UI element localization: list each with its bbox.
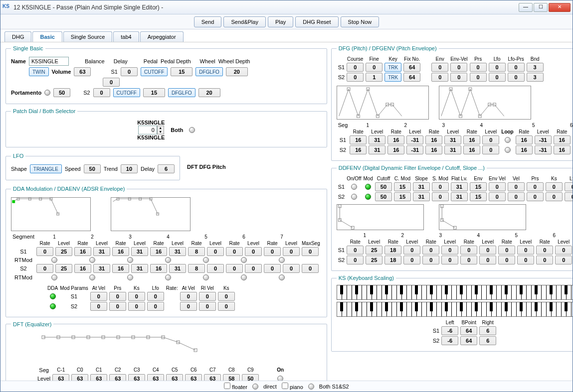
name-input[interactable] — [29, 57, 69, 66]
s1-dfglfo-button[interactable]: DFGLFO — [195, 67, 223, 76]
rtmod-radio[interactable] — [51, 257, 57, 263]
sendplay-button[interactable]: Send&Play — [223, 16, 265, 27]
lfo-shape-button[interactable]: TRIANGLE — [30, 164, 62, 173]
dda-s1-row: S1 025 1631 1631 1631 80 00 00 0 — [12, 247, 321, 256]
dft-legend: DFT (Equalizer) — [11, 321, 53, 327]
patchdial-value[interactable] — [138, 126, 157, 134]
svg-rect-1 — [12, 200, 15, 203]
s2-key-trk-button[interactable]: TRK — [384, 73, 401, 82]
s1-key-trk-button[interactable]: TRK — [384, 63, 401, 72]
both-s1s2-radio[interactable] — [308, 384, 314, 390]
lfo-delay-label: Delay — [141, 166, 155, 172]
direct-radio[interactable] — [252, 384, 258, 390]
ddf-s2-mod-radio[interactable] — [365, 194, 371, 200]
patchdial-top-label: K5SINGLE — [137, 120, 165, 126]
floater-checkbox[interactable]: floater — [224, 383, 247, 390]
dfg-s1-loop-radio[interactable] — [505, 137, 511, 143]
both-radio[interactable] — [189, 127, 195, 133]
dfg-group: DFG (Pitch) / DFGENV (Pitch Envelope) Co… — [331, 45, 573, 161]
s2-dfglfo-button[interactable]: DFGLFO — [168, 88, 195, 97]
dft-eq-graph — [41, 331, 210, 366]
dft-level-table: Seg C-1C0C1 C2C3C4 C5C6C7 C8C9 On Level … — [36, 366, 285, 381]
portamento-radio[interactable] — [44, 90, 50, 96]
window-title: 12 K5SINGLE - Passe (Plain And Simple Si… — [13, 4, 519, 11]
twin-button[interactable]: TWIN — [29, 67, 49, 76]
keyboard-s2[interactable] — [337, 302, 573, 317]
s1-delay-value[interactable]: 0 — [121, 67, 138, 76]
send-button[interactable]: Send — [194, 16, 222, 27]
dfg-env-s2-graph — [439, 86, 531, 120]
dft-dfg-pitch-label: DFT DFG Pitch — [187, 164, 226, 170]
s1-cutoff-button[interactable]: CUTOFF — [141, 67, 168, 76]
tab-singlesource[interactable]: Single Source — [63, 31, 113, 42]
svg-rect-7 — [112, 198, 189, 231]
ks-table: LeftBPointRight S1 -6 64 6 S2 -6 64 6 — [431, 319, 498, 346]
dda-s1-on-radio[interactable] — [50, 293, 56, 299]
s1-wheeldepth-value[interactable]: 20 — [226, 67, 248, 76]
volume-value[interactable]: 63 — [74, 67, 91, 76]
right-column: DFG (Pitch) / DFGENV (Pitch Envelope) Co… — [331, 45, 573, 378]
dda-legend: DDA Modulation / DDAENV (ADSR Envelope) — [11, 186, 127, 192]
tab-arpeggiator[interactable]: Arpeggiator — [140, 31, 184, 42]
wheel-label: Wheel — [200, 58, 215, 64]
app-window: KS 12 K5SINGLE - Passe (Plain And Simple… — [0, 0, 573, 392]
lfo-legend: LFO — [11, 153, 25, 159]
maximize-button[interactable]: ☐ — [534, 3, 548, 12]
lfo-group: LFO Shape TRIANGLE Speed 50 Trend 10 Del… — [5, 153, 180, 180]
ddf-s2-onoff-radio[interactable] — [351, 194, 357, 200]
dfg-s2-loop-radio[interactable] — [505, 147, 511, 153]
patchdial-bottom-label: K5SINGLE — [137, 134, 165, 140]
ks-group: KS (Keyboard Scaling) LeftBPointRight S1… — [331, 275, 573, 352]
stopnow-button[interactable]: Stop Now — [341, 16, 380, 27]
lfo-speed-label: Speed — [65, 166, 81, 172]
keyboard-s1[interactable] — [337, 285, 573, 300]
ddf-seg-table: 12 34 56 RateLevel RateLevel RateLevel R… — [337, 232, 573, 265]
patch-dial-group: Patch Dial / Both Selector K5SINGLE ▲▼ K… — [5, 108, 327, 147]
wheeldepth-label: Wheel Depth — [218, 58, 250, 64]
balance-value[interactable]: 0 — [103, 78, 120, 87]
ddf-env-s2-graph — [439, 204, 526, 230]
s2-wheeldepth-value[interactable]: 20 — [198, 88, 220, 97]
ddf-s1-mod-radio[interactable] — [365, 184, 371, 190]
s1-label: S1 — [111, 69, 117, 75]
ddf-legend: DDFENV (Digital Dynamic Filter Envelope … — [337, 165, 487, 171]
single-basic-group: Single Basic Name Balance Delay Pedal Pe… — [5, 45, 327, 104]
pedal-label: Pedal — [144, 58, 158, 64]
ddf-env-s1-graph — [337, 204, 424, 230]
portamento-value[interactable]: 50 — [53, 88, 70, 97]
tab-content: Single Basic Name Balance Delay Pedal Pe… — [0, 42, 573, 381]
dda-s2-on-radio[interactable] — [50, 303, 56, 309]
dft-on-radio[interactable] — [277, 376, 283, 381]
tab-bar: DHG Basic Single Source tab4 Arpeggiator — [0, 29, 573, 42]
dda-group: DDA Modulation / DDAENV (ADSR Envelope) — [5, 186, 327, 317]
lfo-speed-value[interactable]: 50 — [84, 164, 101, 173]
piano-checkbox[interactable]: piano — [282, 383, 303, 390]
dda-mod-table: DDAMod Params At VelPrs KsLfo Rate:At Ve… — [46, 284, 236, 312]
balance-label: Balance — [85, 58, 105, 64]
lfo-trend-value[interactable]: 10 — [121, 164, 138, 173]
main-toolbar: Send Send&Play Play DHG Reset Stop Now — [0, 14, 573, 29]
svg-rect-0 — [12, 198, 89, 231]
lfo-delay-value[interactable]: 6 — [158, 164, 175, 173]
patch-dial-legend: Patch Dial / Both Selector — [11, 108, 77, 114]
left-column: Single Basic Name Balance Delay Pedal Pe… — [5, 45, 327, 378]
ddf-s1-onoff-radio[interactable] — [351, 184, 357, 190]
s2-delay-value[interactable]: 0 — [93, 88, 110, 97]
s2-cutoff-button[interactable]: CUTOFF — [113, 88, 140, 97]
tab-basic[interactable]: Basic — [32, 31, 62, 42]
volume-label: Volume — [52, 69, 71, 75]
dhgreset-button[interactable]: DHG Reset — [295, 16, 338, 27]
s1-pedaldepth-value[interactable]: 15 — [171, 67, 192, 76]
close-button[interactable]: ✕ — [549, 3, 571, 12]
both-label: Both — [171, 127, 183, 133]
play-button[interactable]: Play — [268, 16, 293, 27]
dfg-seg-table: Seg 12 34 56 RateLevel RateLevel RateLev… — [337, 121, 573, 155]
patchdial-spinner[interactable]: ▲▼ — [157, 126, 164, 134]
dda-s2-row: S2 025 1631 1631 1631 80 00 00 0 — [12, 264, 321, 273]
lfo-trend-label: Trend — [104, 166, 118, 172]
tab-dhg[interactable]: DHG — [4, 31, 31, 42]
window-buttons: — ☐ ✕ — [519, 3, 571, 12]
s2-pedaldepth-value[interactable]: 15 — [143, 88, 165, 97]
tab-tab4[interactable]: tab4 — [113, 31, 139, 42]
minimize-button[interactable]: — — [519, 3, 533, 12]
